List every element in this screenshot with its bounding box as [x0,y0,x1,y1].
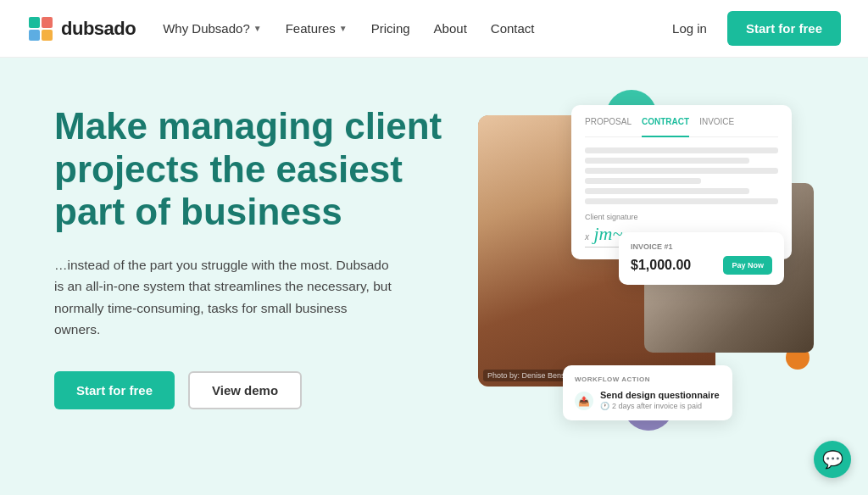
svg-rect-2 [29,30,40,41]
login-link[interactable]: Log in [672,21,707,36]
contract-line [585,188,749,194]
chevron-down-icon: ▼ [253,24,262,33]
workflow-text: Send design questionnaire 🕐 2 days after… [600,390,720,410]
hero-subtitle: …instead of the part you struggle with t… [54,254,393,341]
workflow-action-sub: 🕐 2 days after invoice is paid [600,402,720,410]
contract-line [585,168,778,174]
view-demo-button[interactable]: View demo [188,371,302,409]
contract-line [585,198,778,204]
hero-right: Photo by: Denise Benson Photo PROPOSAL C… [461,98,814,454]
nav-pricing[interactable]: Pricing [371,21,410,36]
nav-about[interactable]: About [434,21,467,36]
navbar: dubsado Why Dubsado? ▼ Features ▼ Pricin… [0,0,868,58]
chat-icon: 💬 [822,449,843,470]
contract-line [585,158,749,164]
sig-x: x [585,232,589,242]
invoice-amount: $1,000.00 [631,258,691,273]
hero-title: Make managing client projects the easies… [54,105,444,234]
nav-why[interactable]: Why Dubsado? ▼ [163,21,261,36]
svg-rect-1 [42,17,53,28]
invoice-amount-row: $1,000.00 Pay Now [631,256,772,275]
sig-label: Client signature [585,213,778,221]
contract-tabs: PROPOSAL CONTRACT INVOICE [585,117,778,137]
contract-line [585,147,778,153]
tab-contract[interactable]: CONTRACT [642,117,689,137]
nav-features[interactable]: Features ▼ [286,21,348,36]
hero-section: Make managing client projects the easies… [0,58,868,495]
invoice-card: INVOICE #1 $1,000.00 Pay Now [619,232,784,285]
hero-left: Make managing client projects the easies… [54,98,444,409]
nav-contact[interactable]: Contact [491,21,535,36]
workflow-action-title: Send design questionnaire [600,390,720,400]
hero-buttons: Start for free View demo [54,371,444,409]
workflow-header: WORKFLOW ACTION [575,375,721,383]
tab-proposal[interactable]: PROPOSAL [585,117,632,130]
contract-line [585,178,701,184]
invoice-title: INVOICE #1 [631,242,772,251]
start-for-free-button[interactable]: Start for free [54,371,175,409]
logo-text: dubsado [61,18,136,40]
chat-bubble[interactable]: 💬 [814,441,851,478]
start-for-free-nav-button[interactable]: Start for free [727,11,841,46]
nav-links: Why Dubsado? ▼ Features ▼ Pricing About … [163,21,672,36]
logo[interactable]: dubsado [27,15,136,42]
contract-lines [585,147,778,204]
pay-now-button[interactable]: Pay Now [723,256,772,275]
logo-icon [27,15,54,42]
tab-invoice[interactable]: INVOICE [699,117,734,130]
svg-rect-0 [29,17,40,28]
clock-icon: 🕐 [600,402,609,410]
workflow-item: 📤 Send design questionnaire 🕐 2 days aft… [575,390,721,410]
nav-right: Log in Start for free [672,11,841,46]
svg-rect-3 [42,30,53,41]
chevron-down-icon: ▼ [339,24,348,33]
workflow-icon: 📤 [575,392,593,410]
workflow-card: WORKFLOW ACTION 📤 Send design questionna… [563,365,732,420]
